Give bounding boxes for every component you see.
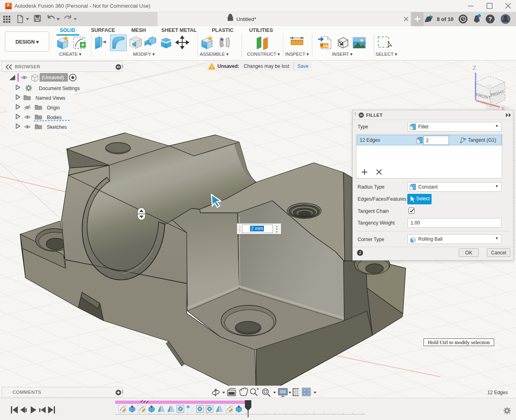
svg-text:Bodies: Bodies xyxy=(47,115,62,120)
svg-text:(Unsaved): (Unsaved) xyxy=(42,75,64,80)
svg-text:Document Settings: Document Settings xyxy=(39,86,80,91)
svg-text:Z: Z xyxy=(472,64,476,71)
svg-text:Sketches: Sketches xyxy=(47,124,67,130)
svg-text:?: ? xyxy=(489,16,492,22)
svg-text:F: F xyxy=(7,3,10,8)
svg-text:8 of 10: 8 of 10 xyxy=(437,16,453,22)
svg-text:Named Views: Named Views xyxy=(36,95,65,101)
svg-text:Untitled*: Untitled* xyxy=(236,16,256,22)
svg-text:Origin: Origin xyxy=(47,105,60,111)
svg-text:!: ! xyxy=(211,65,213,69)
